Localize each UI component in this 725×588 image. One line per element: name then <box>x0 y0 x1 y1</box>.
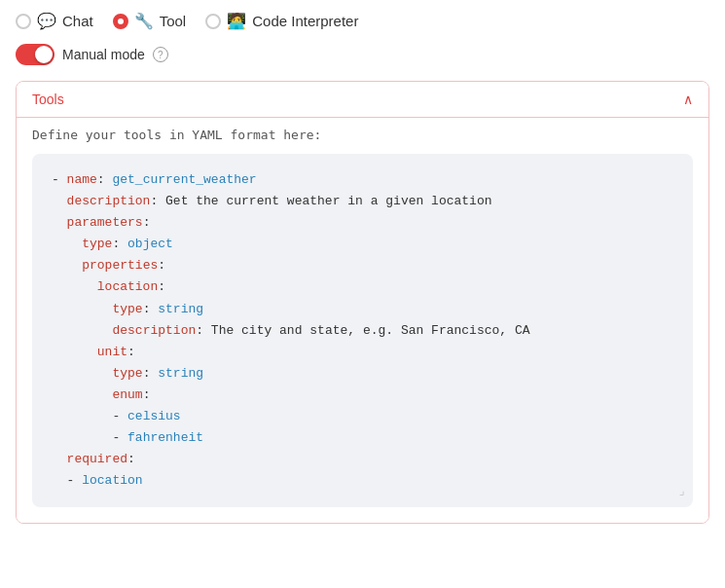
yaml-line-14: required: <box>52 449 673 470</box>
help-icon[interactable]: ? <box>153 47 168 62</box>
manual-mode-label: Manual mode <box>62 47 145 62</box>
yaml-line-4: type: object <box>52 234 673 255</box>
chat-icon: 💬 <box>37 12 56 30</box>
nav-item-tool[interactable]: 🔧 Tool <box>113 12 187 30</box>
nav-tool-label: Tool <box>160 13 187 29</box>
yaml-line-10: type: string <box>52 363 673 385</box>
yaml-line-13: - fahrenheit <box>52 427 673 449</box>
tools-panel: Tools ∧ Define your tools in YAML format… <box>16 81 709 524</box>
radio-code[interactable] <box>205 14 221 29</box>
tools-body: Define your tools in YAML format here: -… <box>17 118 708 523</box>
yaml-line-15: - location <box>52 470 673 492</box>
yaml-line-7: type: string <box>52 299 673 320</box>
yaml-line-11: enum: <box>52 385 673 406</box>
radio-tool[interactable] <box>113 14 128 29</box>
manual-mode-row: Manual mode ? <box>16 44 709 65</box>
nav-code-label: Code Interpreter <box>252 13 358 29</box>
yaml-line-2: description: Get the current weather in … <box>52 191 673 212</box>
nav-item-code-interpreter[interactable]: 🧑‍💻 Code Interpreter <box>205 12 358 30</box>
yaml-line-3: parameters: <box>52 212 673 234</box>
yaml-line-12: - celsius <box>52 406 673 427</box>
code-icon: 🧑‍💻 <box>227 12 246 30</box>
yaml-line-8: description: The city and state, e.g. Sa… <box>52 320 673 342</box>
yaml-line-9: unit: <box>52 342 673 363</box>
yaml-line-6: location: <box>52 276 673 298</box>
tools-title: Tools <box>32 92 64 107</box>
yaml-line-1: - name: get_current_weather <box>52 169 673 191</box>
yaml-line-5: properties: <box>52 255 673 276</box>
tool-icon: 🔧 <box>134 12 154 30</box>
resize-handle[interactable]: ⌟ <box>678 482 685 501</box>
radio-chat[interactable] <box>16 14 31 29</box>
tools-collapse-button[interactable]: ∧ <box>683 92 693 107</box>
nav-item-chat[interactable]: 💬 Chat <box>16 12 93 30</box>
nav-chat-label: Chat <box>62 13 93 29</box>
tools-header: Tools ∧ <box>17 82 708 118</box>
top-nav: 💬 Chat 🔧 Tool 🧑‍💻 Code Interpreter <box>16 12 709 30</box>
tools-description: Define your tools in YAML format here: <box>32 128 693 142</box>
manual-mode-toggle[interactable] <box>16 44 54 65</box>
yaml-editor[interactable]: - name: get_current_weather description:… <box>32 154 693 507</box>
